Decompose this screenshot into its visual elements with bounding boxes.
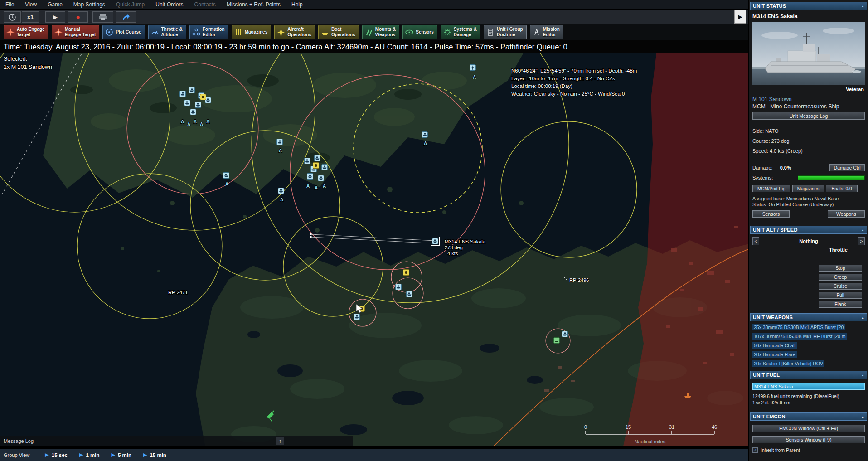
inherit-from-parent-row[interactable]: ✓ Inherit from Parent [752,447,865,453]
mission-editor-button[interactable]: MissionEditor [530,25,563,39]
printer-button[interactable] [92,11,113,23]
unit-speed: Speed: 4.0 kts (Creep) [752,146,865,156]
contact-icon-ship[interactable] [422,132,428,138]
boats-button[interactable]: Boats: 0/0 [826,185,858,192]
throttle-full-button[interactable]: Full [819,292,862,299]
contact-id-label: A [225,182,228,187]
unit-status-header[interactable]: UNIT STATUS ▲ [750,2,867,10]
contact-icon-mine[interactable] [200,94,206,100]
contact-icon-ship[interactable] [277,139,283,145]
time-step-15sec[interactable]: ▶ 15 sec [45,452,68,458]
contact-icon-mine[interactable] [403,270,409,276]
unit-fuel-header[interactable]: UNIT FUEL ▲ [750,371,867,379]
weapons-sidebar-button[interactable]: Weapons [828,210,865,218]
emcon-window-button[interactable]: EMCON Window (Ctrl + F9) [752,425,865,432]
unit-class-link[interactable]: M 101 Sandown [752,96,792,102]
weapon-item[interactable]: 20x Seafox I [Killer Vehicle] ROV [752,360,865,369]
mounts-weapons-button[interactable]: Mounts &Weapons [362,25,400,39]
magazines-sidebar-button[interactable]: Magazines [792,185,824,192]
menu-map-settings[interactable]: Map Settings [68,0,111,9]
contact-icon-ship[interactable] [307,174,313,180]
contact-icon-ship[interactable] [305,158,310,164]
gear-icon [443,28,452,37]
contact-icon-ship[interactable] [354,314,360,320]
contact-icon-ship[interactable] [180,91,186,97]
weapon-item[interactable]: 56x Barricade Chaff [752,342,865,350]
altitude-next-button[interactable]: > [858,237,865,245]
mcm-pod-eq-button[interactable]: MCM/Pod Eq. [752,185,790,192]
jump-to-location-button[interactable] [116,11,136,23]
message-log-expand-button[interactable]: ↑ [276,437,284,445]
sensors-window-button[interactable]: Sensors Window (F9) [752,436,865,443]
record-button[interactable]: ● [68,11,88,23]
aircraft-operations-button[interactable]: AircraftOperations [274,25,315,39]
unit-emcon-panel: UNIT EMCON ▲ EMCON Window (Ctrl + F9) Se… [750,412,867,453]
sidebar-collapse-button[interactable]: ▶ [734,10,746,24]
formation-editor-button[interactable]: FormationEditor [189,25,228,39]
menu-file[interactable]: File [0,0,19,9]
contact-icon-ship[interactable] [322,165,328,170]
contact-icon-ship[interactable] [189,87,195,93]
time-compression-value[interactable]: x1 [22,11,39,23]
throttle-flank-button[interactable]: Flank [819,301,862,308]
unit-sidebar: UNIT STATUS ▲ M314 ENS Sakala [748,0,868,461]
throttle-altitude-button[interactable]: Throttle &Altitude [148,25,186,39]
systems-damage-button[interactable]: Systems &Damage [441,25,480,39]
throttle-stop-button[interactable]: Stop [819,265,862,272]
contact-icon-mine[interactable] [313,163,319,169]
boat-operations-button[interactable]: BoatOperations [318,25,359,39]
contact-icon-ship[interactable] [315,155,320,161]
fuel-selected-unit[interactable]: M314 ENS Sakala [752,383,865,390]
time-step-1min[interactable]: ▶ 1 min [79,452,100,458]
menu-view[interactable]: View [19,0,42,9]
menu-unit-orders[interactable]: Unit Orders [150,0,189,9]
contact-icon-ship[interactable] [184,100,190,106]
menu-missions-refpoints[interactable]: Missions + Ref. Points [221,0,286,9]
unit-group-doctrine-button[interactable]: Unit / GroupDoctrine [484,25,527,39]
contact-icon-aircraft[interactable] [470,65,476,71]
manual-engage-target-button[interactable]: ManualEngage Target [52,25,100,39]
auto-engage-target-button[interactable]: Auto EngageTarget [4,25,48,39]
contact-icon-ship[interactable] [190,109,196,115]
sensors-sidebar-button[interactable]: Sensors [752,210,790,218]
magazines-button[interactable]: Magazines [232,25,272,39]
contact-icon-ship[interactable] [223,173,229,179]
menu-game[interactable]: Game [42,0,68,9]
unit-status-line: Status: On Plotted Course (Underway) [752,202,865,208]
tactical-map[interactable]: A A A A A A A A A A [0,53,748,446]
time-step-15min[interactable]: ▶ 15 min [143,452,166,458]
map-viewport[interactable]: A A A A A A A A A A [0,53,748,446]
throttle-gauge-icon [150,28,160,37]
time-step-5min[interactable]: ▶ 5 min [111,452,131,458]
contact-icon-ship[interactable] [318,175,324,181]
contact-icon-ship[interactable] [407,291,412,297]
plot-course-button[interactable]: Plot Course [102,25,145,39]
unit-class-description: MCM - Mine Countermeasures Ship [752,103,865,110]
unit-weapons-header[interactable]: UNIT WEAPONS ▲ [750,313,867,321]
weapon-item[interactable]: 20x Barricade Flare [752,351,865,359]
jump-arrow-icon [121,13,131,21]
contact-icon-ship[interactable] [562,331,568,337]
selected-unit-icon[interactable] [432,238,438,244]
sensors-button[interactable]: Sensors [402,25,437,39]
contact-icon-ship[interactable] [278,188,284,194]
unit-message-log-button[interactable]: Unit Message Log [752,112,865,120]
game-clock-button[interactable] [4,11,21,23]
inherit-checkbox[interactable]: ✓ [752,447,758,453]
contact-id-label: A [306,184,310,189]
weapon-item[interactable]: 107x 30mm/75 DS30B Mk1 HE Burst [20 m [752,333,865,341]
throttle-label: Throttle [752,247,865,252]
contact-icon-ship[interactable] [195,102,201,108]
unit-emcon-header[interactable]: UNIT EMCON ▲ [750,412,867,421]
throttle-cruise-button[interactable]: Cruise [819,283,862,290]
play-button[interactable]: ▶ [45,11,65,23]
contact-icon-ship[interactable] [396,284,402,290]
damage-ctrl-button[interactable]: Damage Ctrl [829,164,865,171]
unit-alt-speed-header[interactable]: UNIT ALT / SPEED ▲ [750,226,867,234]
menu-help[interactable]: Help [286,0,308,9]
contact-icon-friendly[interactable] [554,338,560,344]
contact-id-label: A [200,122,203,127]
unit-fuel-panel: UNIT FUEL ▲ M314 ENS Sakala 12499.6 fuel… [750,371,867,406]
weapon-item[interactable]: 25x 30mm/75 DS30B Mk1 APDS Burst [20 [752,324,865,332]
throttle-creep-button[interactable]: Creep [819,274,862,281]
